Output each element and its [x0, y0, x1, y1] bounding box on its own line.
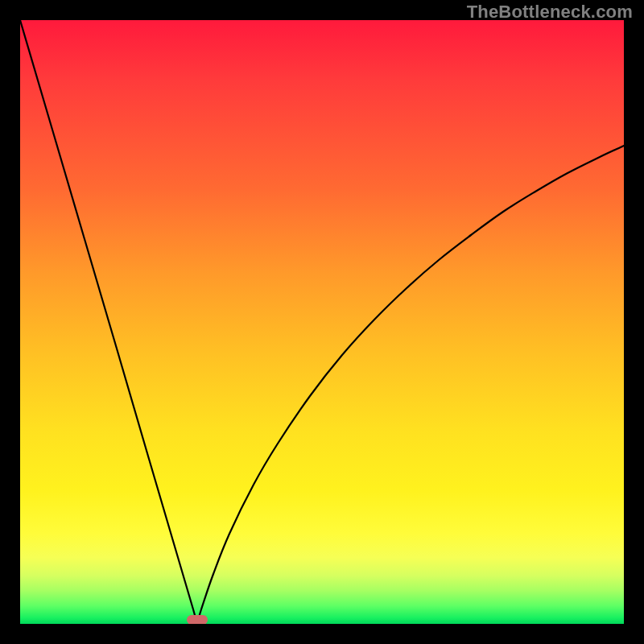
bottleneck-curve	[20, 20, 624, 624]
chart-stage: TheBottleneck.com	[0, 0, 644, 644]
plot-area	[20, 20, 624, 624]
curve-svg	[20, 20, 624, 624]
cusp-marker	[187, 615, 208, 624]
